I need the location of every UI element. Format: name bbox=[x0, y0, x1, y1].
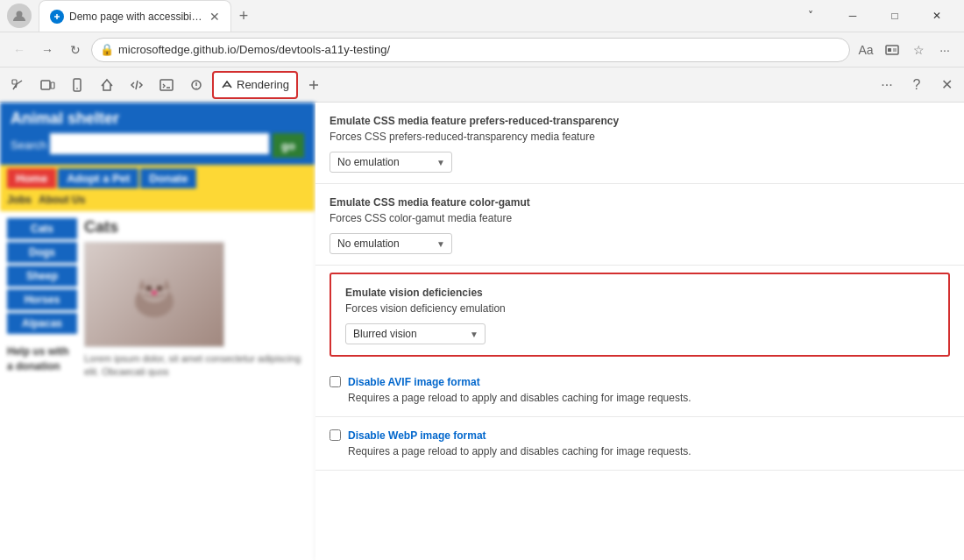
add-tool[interactable] bbox=[300, 71, 328, 99]
address-bar: ← → ↻ 🔒 microsoftedge.github.io/Demos/de… bbox=[0, 32, 964, 67]
debug-tool[interactable] bbox=[182, 71, 210, 99]
site-title: Animal shelter bbox=[11, 110, 304, 128]
search-button[interactable]: go bbox=[273, 133, 304, 158]
browser-toolbar: Aa ☆ ··· bbox=[854, 38, 957, 62]
vision-deficiencies-title: Emulate vision deficiencies bbox=[345, 285, 934, 301]
reduced-transparency-title: Emulate CSS media feature prefers-reduce… bbox=[330, 113, 950, 129]
reduced-transparency-label: Emulate CSS media feature prefers-reduce… bbox=[330, 113, 950, 145]
read-aloud-icon[interactable]: Aa bbox=[854, 38, 878, 62]
minimize-button[interactable]: ─ bbox=[833, 0, 873, 32]
color-gamut-desc: Forces CSS color-gamut media feature bbox=[330, 212, 512, 224]
color-gamut-select[interactable]: No emulation srgb p3 rec2020 bbox=[330, 233, 452, 254]
rendering-label: Rendering bbox=[237, 78, 289, 91]
lock-icon: 🔒 bbox=[100, 43, 114, 56]
immersive-reader-icon[interactable] bbox=[880, 38, 904, 62]
profile-avatar[interactable] bbox=[7, 4, 32, 28]
disable-webp-section: Disable WebP image format Requires a pag… bbox=[315, 417, 964, 471]
title-bar: Demo page with accessibility iss ✕ + ˅ ─… bbox=[0, 0, 964, 32]
sidebar-cats[interactable]: Cats bbox=[7, 218, 77, 239]
mobile-tool[interactable] bbox=[63, 71, 91, 99]
disable-avif-title: Disable AVIF image format bbox=[348, 374, 691, 390]
disable-avif-section: Disable AVIF image format Requires a pag… bbox=[315, 364, 964, 417]
cat-image-inner bbox=[85, 243, 223, 346]
disable-webp-checkbox[interactable] bbox=[330, 429, 341, 441]
svg-point-18 bbox=[157, 286, 162, 291]
vision-deficiencies-desc: Forces vision deficiency emulation bbox=[345, 302, 506, 315]
disable-webp-desc: Requires a page reload to apply and disa… bbox=[348, 445, 691, 457]
donation-label: Help us with a donation bbox=[7, 344, 77, 374]
site-nav: Home Adopt a Pet Donate bbox=[0, 165, 315, 192]
body-text: Lorem ipsum dolor, sit amet consectetur … bbox=[84, 352, 308, 379]
site-header: Animal shelter Search go bbox=[0, 103, 315, 165]
address-wrapper: 🔒 microsoftedge.github.io/Demos/devtools… bbox=[91, 38, 850, 62]
inspect-tool[interactable] bbox=[4, 71, 32, 99]
site-body: Cats Dogs Sheep Horses Alpacas Help us w… bbox=[0, 211, 315, 386]
close-button[interactable]: ✕ bbox=[917, 0, 957, 32]
refresh-button[interactable]: ↻ bbox=[63, 38, 88, 62]
subnav-about[interactable]: About Us bbox=[39, 194, 85, 206]
device-emulation-tool[interactable] bbox=[33, 71, 61, 99]
devtools-toolbar: Rendering ··· ? ✕ bbox=[0, 67, 964, 103]
main-content: Animal shelter Search go Home Adopt a Pe… bbox=[0, 103, 964, 560]
sidebar-alpacas[interactable]: Alpacas bbox=[7, 313, 77, 334]
chevron-button[interactable]: ˅ bbox=[790, 0, 831, 32]
tab-bar: Demo page with accessibility iss ✕ + bbox=[39, 0, 256, 32]
svg-rect-11 bbox=[160, 80, 173, 90]
disable-webp-label: Disable WebP image format Requires a pag… bbox=[348, 428, 691, 459]
svg-rect-3 bbox=[888, 48, 891, 52]
reduced-transparency-section: Emulate CSS media feature prefers-reduce… bbox=[315, 103, 964, 184]
console-tool[interactable] bbox=[152, 71, 181, 99]
search-input[interactable] bbox=[50, 133, 269, 154]
cat-image bbox=[84, 242, 224, 347]
forward-button[interactable]: → bbox=[35, 38, 60, 62]
rendering-tool[interactable]: Rendering bbox=[212, 71, 298, 99]
disable-avif-desc: Requires a page reload to apply and disa… bbox=[348, 392, 691, 404]
subnav-jobs[interactable]: Jobs bbox=[7, 194, 32, 206]
color-gamut-select-wrapper: No emulation srgb p3 rec2020 ▼ bbox=[330, 233, 452, 254]
svg-point-17 bbox=[146, 286, 152, 291]
more-tools-icon[interactable]: ··· bbox=[932, 38, 957, 62]
url-bar[interactable]: microsoftedge.github.io/Demos/devtools-a… bbox=[91, 38, 850, 62]
more-options-icon[interactable]: ··· bbox=[873, 71, 901, 99]
rendering-panel[interactable]: Emulate CSS media feature prefers-reduce… bbox=[315, 103, 964, 560]
site-subnav: Jobs About Us bbox=[0, 192, 315, 211]
back-button[interactable]: ← bbox=[7, 38, 32, 62]
sidebar-dogs[interactable]: Dogs bbox=[7, 242, 77, 263]
nav-home[interactable]: Home bbox=[7, 168, 56, 188]
svg-rect-9 bbox=[74, 79, 81, 91]
nav-adopt[interactable]: Adopt a Pet bbox=[58, 168, 138, 188]
search-bar: Search go bbox=[11, 133, 304, 158]
disable-avif-checkbox[interactable] bbox=[330, 376, 341, 387]
close-devtools-button[interactable]: ✕ bbox=[932, 71, 960, 99]
tab-close-button[interactable]: ✕ bbox=[209, 11, 220, 23]
devtools-actions: ··· ? ✕ bbox=[873, 71, 960, 99]
sidebar-horses[interactable]: Horses bbox=[7, 289, 77, 310]
maximize-button[interactable]: □ bbox=[875, 0, 915, 32]
color-gamut-section: Emulate CSS media feature color-gamut Fo… bbox=[315, 184, 964, 266]
browser-viewport: Animal shelter Search go Home Adopt a Pe… bbox=[0, 103, 315, 560]
svg-rect-8 bbox=[51, 82, 54, 89]
vision-deficiencies-label: Emulate vision deficiencies Forces visio… bbox=[345, 285, 934, 316]
svg-rect-7 bbox=[41, 81, 50, 89]
source-tool[interactable] bbox=[123, 71, 151, 99]
sidebar-sheep[interactable]: Sheep bbox=[7, 266, 77, 287]
disable-avif-label: Disable AVIF image format Requires a pag… bbox=[348, 374, 691, 406]
search-label: Search bbox=[11, 133, 46, 158]
tab-favicon bbox=[50, 10, 64, 24]
home-tool[interactable] bbox=[93, 71, 121, 99]
section-title: Cats bbox=[84, 218, 308, 237]
active-tab[interactable]: Demo page with accessibility iss ✕ bbox=[39, 0, 231, 32]
disable-webp-title: Disable WebP image format bbox=[348, 428, 691, 443]
vision-deficiencies-select-wrapper: No emulation Blurred vision Protanopia D… bbox=[345, 323, 486, 344]
reduced-transparency-select[interactable]: No emulation reduce bbox=[330, 152, 452, 173]
favorites-icon[interactable]: ☆ bbox=[906, 38, 931, 62]
vision-deficiencies-select[interactable]: No emulation Blurred vision Protanopia D… bbox=[345, 323, 486, 344]
vision-deficiencies-section: Emulate vision deficiencies Forces visio… bbox=[330, 273, 950, 357]
svg-point-14 bbox=[140, 278, 168, 302]
reduced-transparency-select-wrapper: No emulation reduce ▼ bbox=[330, 152, 452, 173]
svg-point-19 bbox=[152, 291, 157, 294]
new-tab-button[interactable]: + bbox=[231, 4, 256, 28]
site-main: Cats L bbox=[84, 218, 308, 379]
help-icon[interactable]: ? bbox=[903, 71, 931, 99]
nav-donate[interactable]: Donate bbox=[140, 168, 196, 188]
